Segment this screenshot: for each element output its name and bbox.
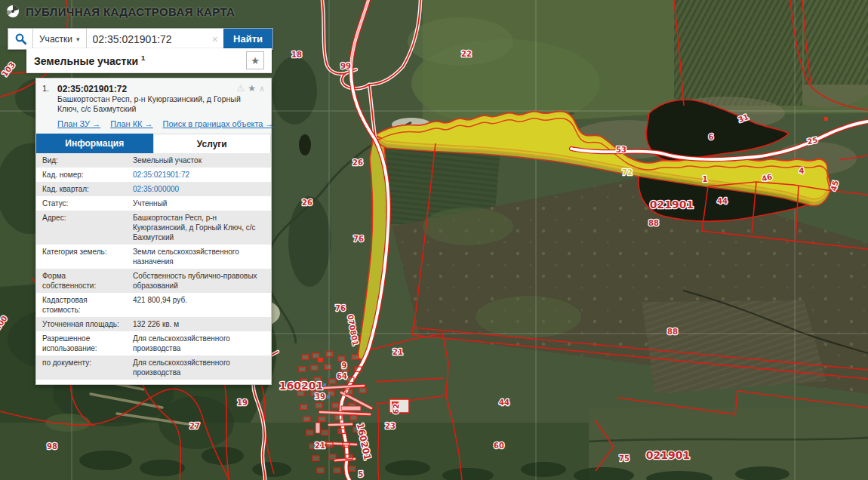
parcel-info-card: 1. 02:35:021901:72 ⚠ ★ ∧ Башкортостан Ре… xyxy=(35,78,272,385)
collapse-icon[interactable]: ∧ xyxy=(259,84,265,93)
map-parcel-label: 99 xyxy=(340,62,351,70)
row-label: Категория земель: xyxy=(36,245,127,269)
search-icon[interactable] xyxy=(8,33,32,45)
plan-link[interactable]: План КК → xyxy=(110,119,152,128)
table-row: Кад. номер: 02:35:021901:72 xyxy=(36,168,271,182)
row-label: Форма собственности: xyxy=(36,269,127,293)
app-title: ПУБЛИЧНАЯ КАДАСТРОВАЯ КАРТА xyxy=(26,5,235,18)
pkk-app: 1899221032626767607080153316257245146444… xyxy=(0,0,868,480)
warning-icon[interactable]: ⚠ xyxy=(236,84,245,93)
map-parcel-label: 64 xyxy=(337,372,347,380)
row-label: Адрес: xyxy=(36,211,127,245)
results-count: 1 xyxy=(141,54,145,62)
search-input[interactable] xyxy=(87,33,207,45)
row-label: Статус: xyxy=(36,196,127,211)
map-parcel-label: 53 xyxy=(616,146,626,154)
map-parcel-label: 23 xyxy=(385,422,396,430)
table-row: Вид: Земельный участок xyxy=(36,153,271,168)
map-parcel-label: 60 xyxy=(494,442,504,450)
app-header: ПУБЛИЧНАЯ КАДАСТРОВАЯ КАРТА xyxy=(6,5,235,18)
map-parcel-label: 160201 xyxy=(279,380,323,392)
table-row: Форма собственности: Собственность публи… xyxy=(36,269,271,293)
row-value: Для сельскохозяйственного производства xyxy=(127,331,271,355)
row-label: Уточненная площадь: xyxy=(36,317,127,331)
row-value: Башкортостан Респ, р-н Куюргазинский, д … xyxy=(127,211,271,245)
pkk-logo-icon xyxy=(6,5,20,18)
plan-link[interactable]: Поиск в границах объекта → xyxy=(163,119,274,128)
table-row: Уточненная площадь: 132 226 кв. м xyxy=(36,317,271,331)
result-index: 1. xyxy=(42,84,57,93)
map-parcel-label: 76 xyxy=(353,235,364,243)
favorite-icon[interactable]: ★ xyxy=(248,84,256,93)
favorites-button[interactable]: ★ xyxy=(246,51,264,69)
map-parcel-label: 88 xyxy=(667,328,678,336)
map-parcel-label: 021901 xyxy=(650,198,694,211)
search-bar: Участки ▾ × Найти xyxy=(8,28,273,50)
map-parcel-label: 39 xyxy=(315,392,325,401)
map-parcel-label: 62 xyxy=(391,403,400,414)
map-parcel-label: 44 xyxy=(717,197,728,205)
row-label: Кад. квартал: xyxy=(36,182,127,196)
tab-services[interactable]: Услуги xyxy=(153,134,272,153)
row-label: Разрешенное использование: xyxy=(36,331,127,355)
search-category-label: Участки xyxy=(39,34,72,45)
cadastral-number: 02:35:021901:72 xyxy=(57,84,236,94)
map-parcel-label: 9 xyxy=(342,362,347,370)
tab-information[interactable]: Информация xyxy=(36,134,153,153)
parcel-address: Башкортостан Респ, р-н Куюргазинский, д … xyxy=(57,94,242,114)
table-row: по документу: Для сельскохозяйственного … xyxy=(36,355,271,380)
table-row: Кад. квартал: 02:35:000000 xyxy=(36,182,271,196)
table-row: Адрес: Башкортостан Респ, р-н Куюргазинс… xyxy=(36,211,271,245)
table-row: Разрешенное использование: Для сельскохо… xyxy=(36,331,271,355)
chevron-down-icon: ▾ xyxy=(76,35,80,43)
map-parcel-label: 21 xyxy=(392,348,403,356)
table-row: Статус: Учтенный xyxy=(36,196,271,211)
map-parcel-label: 19 xyxy=(237,398,248,407)
plan-link[interactable]: План ЗУ → xyxy=(57,119,100,128)
card-top: 1. 02:35:021901:72 ⚠ ★ ∧ Башкортостан Ре… xyxy=(36,78,271,134)
map-parcel-label: 26 xyxy=(302,198,312,207)
map-parcel-label: 4 xyxy=(799,167,805,175)
map-parcel-label: 6 xyxy=(709,133,714,141)
search-category-dropdown[interactable]: Участки ▾ xyxy=(32,29,87,49)
results-header: Земельные участки 1 ★ xyxy=(26,48,272,73)
map-parcel-label: 1 xyxy=(703,175,708,183)
map-parcel-label: 021901 xyxy=(646,449,690,461)
plan-links: План ЗУ →План КК →Поиск в границах объек… xyxy=(42,114,265,134)
row-value: 421 800,94 руб. xyxy=(127,293,271,317)
map-parcel-label: 88 xyxy=(648,219,659,227)
row-value: 132 226 кв. м xyxy=(127,317,271,331)
map-parcel-label: 98 xyxy=(47,442,57,451)
map-parcel-label: 21 xyxy=(315,442,325,450)
results-title: Земельные участки 1 xyxy=(34,54,145,67)
map-parcel-label: 72 xyxy=(622,168,633,177)
parcel-info-table: Вид: Земельный участок Кад. номер: 02:35… xyxy=(36,153,271,380)
row-label: Кадастровая стоимость: xyxy=(36,293,127,317)
find-button[interactable]: Найти xyxy=(223,29,272,49)
row-value: Учтенный xyxy=(127,196,271,211)
map-parcel-label: 75 xyxy=(619,454,629,463)
map-parcel-label: 18 xyxy=(291,51,302,59)
map-parcel-label: 27 xyxy=(189,422,200,430)
map-parcel-label: 26 xyxy=(352,158,363,167)
map-parcel-label: 44 xyxy=(499,398,509,407)
table-row: Категория земель: Земли сельскохозяйстве… xyxy=(36,245,271,269)
map-parcel-label: 22 xyxy=(461,50,472,58)
map-parcel-label: 5 xyxy=(359,470,364,478)
map-parcel-label: 76 xyxy=(335,304,346,312)
row-label: Кад. номер: xyxy=(36,168,127,182)
row-label: Вид: xyxy=(36,153,127,168)
card-tabs: Информация Услуги xyxy=(36,134,271,153)
clear-search-icon[interactable]: × xyxy=(207,33,223,45)
star-icon: ★ xyxy=(251,55,260,66)
table-row: Кадастровая стоимость: 421 800,94 руб. xyxy=(36,293,271,317)
row-value: Земельный участок xyxy=(127,153,271,168)
row-label: по документу: xyxy=(36,355,127,380)
row-value: 02:35:000000 xyxy=(127,182,271,196)
row-value: Для сельскохозяйственного производства xyxy=(127,355,271,380)
row-value: Собственность публично-правовых образова… xyxy=(127,269,271,293)
row-value: 02:35:021901:72 xyxy=(127,168,271,182)
row-value: Земли сельскохозяйственного назначения xyxy=(127,245,271,269)
